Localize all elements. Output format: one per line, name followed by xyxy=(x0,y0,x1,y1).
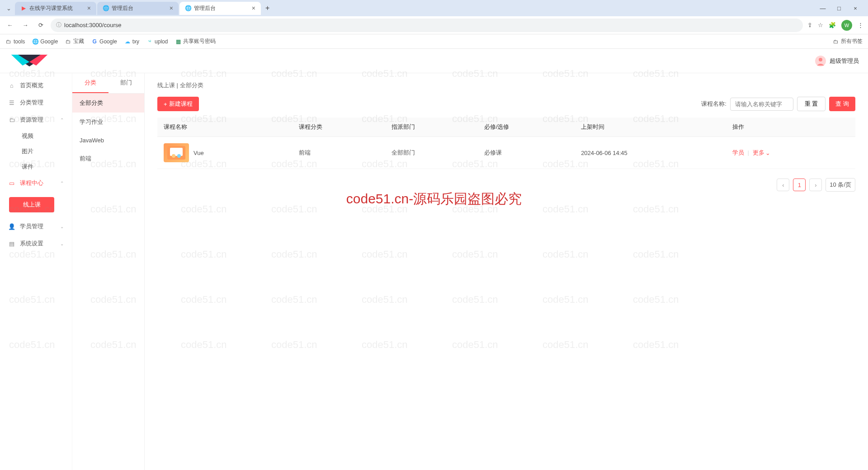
app: 超级管理员 ⌂ 首页概览 ☰ 分类管理 🗀 资源管理 ⌃ 视频 图片 课件 xyxy=(0,49,868,470)
sidebar-item-resource[interactable]: 🗀 资源管理 ⌃ xyxy=(0,111,72,128)
sidebar-item-label: 课程中心 xyxy=(20,179,43,187)
next-page-button[interactable]: › xyxy=(809,179,822,191)
query-button[interactable]: 查 询 xyxy=(829,97,855,111)
sidebar-item-label: 系统设置 xyxy=(20,240,43,248)
category-homework[interactable]: 学习作业 xyxy=(72,113,144,132)
separator: | xyxy=(748,149,749,156)
forward-button[interactable]: → xyxy=(20,20,31,31)
category-frontend[interactable]: 前端 xyxy=(72,149,144,168)
sidebar-item-student[interactable]: 👤 学员管理 ⌄ xyxy=(0,218,72,235)
globe-icon: 🌐 xyxy=(32,38,38,45)
new-course-button[interactable]: + 新建课程 xyxy=(157,97,199,111)
settings-icon: ▤ xyxy=(8,240,15,247)
main-content: 线上课 | 全部分类 + 新建课程 课程名称: 重 置 查 询 课程名称 xyxy=(145,73,868,470)
bookmark-shared[interactable]: ▦共享账号密码 xyxy=(175,38,216,45)
app-logo[interactable] xyxy=(9,53,50,69)
sidebar-online-course-button[interactable]: 线上课 xyxy=(9,197,54,212)
course-name: Vue xyxy=(193,150,204,156)
close-icon[interactable]: × xyxy=(87,5,91,12)
col-name: 课程名称 xyxy=(157,118,292,137)
swirl-icon: ༄ xyxy=(146,38,153,45)
more-dropdown[interactable]: 更多 ⌄ xyxy=(753,149,770,157)
tab-department[interactable]: 部门 xyxy=(108,73,145,93)
profile-avatar[interactable]: W xyxy=(841,20,852,31)
back-button[interactable]: ← xyxy=(5,20,15,31)
course-table: 课程名称 课程分类 指派部门 必修/选修 上架时间 操作 xyxy=(157,118,855,169)
window-controls: — □ × xyxy=(819,5,864,12)
category-all[interactable]: 全部分类 xyxy=(72,94,144,113)
col-actions: 操作 xyxy=(726,118,855,137)
course-cell: Vue xyxy=(164,143,286,162)
cloud-icon: ☁ xyxy=(124,38,131,45)
google-icon: G xyxy=(91,38,98,45)
prev-page-button[interactable]: ‹ xyxy=(777,179,789,191)
sidebar-sub-courseware[interactable]: 课件 xyxy=(22,159,72,174)
url-bar[interactable]: ⓘ localhost:3000/course xyxy=(51,19,803,32)
close-icon[interactable]: × xyxy=(170,5,173,12)
table-header-row: 课程名称 课程分类 指派部门 必修/选修 上架时间 操作 xyxy=(157,118,855,137)
sidebar-item-settings[interactable]: ▤ 系统设置 ⌄ xyxy=(0,235,72,252)
bookmark-txy[interactable]: ☁txy xyxy=(124,38,139,45)
col-category: 课程分类 xyxy=(292,118,385,137)
search-group: 课程名称: 重 置 查 询 xyxy=(701,97,855,111)
sidebar-item-category[interactable]: ☰ 分类管理 xyxy=(0,94,72,111)
sidebar-item-label: 学员管理 xyxy=(20,222,43,230)
bookmark-google2[interactable]: GGoogle xyxy=(91,38,117,45)
all-bookmarks[interactable]: 🗀所有书签 xyxy=(833,38,863,45)
student-link[interactable]: 学员 xyxy=(732,149,744,156)
bookmark-uplod[interactable]: ༄uplod xyxy=(146,38,168,45)
course-name-input[interactable] xyxy=(730,98,793,111)
col-time: 上架时间 xyxy=(575,118,726,137)
sidebar-sub-image[interactable]: 图片 xyxy=(22,144,72,159)
close-icon[interactable]: × xyxy=(252,5,255,12)
folder-icon: 🗀 xyxy=(8,116,15,123)
sidebar-item-dashboard[interactable]: ⌂ 首页概览 xyxy=(0,77,72,94)
sidebar-item-course-center[interactable]: ▭ 课程中心 ⌃ xyxy=(0,174,72,192)
tab-bar: ⌄ ▶ 在线学习课堂系统 × 🌐 管理后台 × 🌐 管理后台 × + — □ × xyxy=(0,0,868,16)
svg-point-4 xyxy=(172,154,175,158)
chevron-down-icon: ⌄ xyxy=(60,224,64,229)
info-icon[interactable]: ⓘ xyxy=(56,21,61,29)
app-body: ⌂ 首页概览 ☰ 分类管理 🗀 资源管理 ⌃ 视频 图片 课件 ▭ 课程中心 ⌃ xyxy=(0,73,868,470)
category-tabs: 分类 部门 xyxy=(72,73,144,94)
chevron-down-icon: ⌄ xyxy=(765,150,770,156)
menu-icon[interactable]: ⋮ xyxy=(858,22,863,28)
page-size-select[interactable]: 10 条/页 xyxy=(826,178,855,192)
browser-tab-0[interactable]: ▶ 在线学习课堂系统 × xyxy=(15,2,96,15)
reset-button[interactable]: 重 置 xyxy=(797,97,826,111)
chat-icon: ▭ xyxy=(8,179,15,187)
sidebar-sub-video[interactable]: 视频 xyxy=(22,128,72,144)
bookmark-google1[interactable]: 🌐Google xyxy=(32,38,58,45)
tab-title: 管理后台 xyxy=(194,5,216,12)
sidebar-sub-resource: 视频 图片 课件 xyxy=(0,128,72,174)
user-area[interactable]: 超级管理员 xyxy=(815,56,859,66)
tab-dropdown-icon[interactable]: ⌄ xyxy=(4,3,14,14)
bookmark-tools[interactable]: 🗀tools xyxy=(5,38,25,45)
bookmark-treasure[interactable]: 🗀宝藏 xyxy=(65,38,84,45)
folder-icon: 🗀 xyxy=(65,38,71,45)
close-window-button[interactable]: × xyxy=(852,5,859,12)
share-icon[interactable]: ⇪ xyxy=(807,22,812,28)
minimize-button[interactable]: — xyxy=(819,5,826,12)
globe-icon: 🌐 xyxy=(185,5,191,11)
page-1-button[interactable]: 1 xyxy=(793,179,806,191)
category-javaweb[interactable]: JavaWeb xyxy=(72,132,144,149)
tab-category[interactable]: 分类 xyxy=(72,73,108,93)
new-tab-button[interactable]: + xyxy=(262,2,273,14)
svg-rect-3 xyxy=(170,148,183,156)
grid-icon: ▦ xyxy=(175,38,181,45)
star-icon[interactable]: ☆ xyxy=(818,22,823,28)
extensions-icon[interactable]: 🧩 xyxy=(829,22,836,28)
globe-icon: 🌐 xyxy=(103,5,109,11)
chevron-up-icon: ⌃ xyxy=(60,181,64,186)
browser-chrome: ⌄ ▶ 在线学习课堂系统 × 🌐 管理后台 × 🌐 管理后台 × + — □ ×… xyxy=(0,0,868,49)
maximize-button[interactable]: □ xyxy=(835,5,843,12)
browser-tab-2[interactable]: 🌐 管理后台 × xyxy=(179,2,261,15)
play-icon: ▶ xyxy=(20,5,27,11)
folder-icon: 🗀 xyxy=(5,38,12,45)
sidebar-item-label: 分类管理 xyxy=(20,99,43,107)
browser-tab-1[interactable]: 🌐 管理后台 × xyxy=(97,2,179,15)
tab-title: 在线学习课堂系统 xyxy=(29,5,73,12)
tab-title: 管理后台 xyxy=(112,5,133,12)
reload-button[interactable]: ⟳ xyxy=(35,20,46,31)
